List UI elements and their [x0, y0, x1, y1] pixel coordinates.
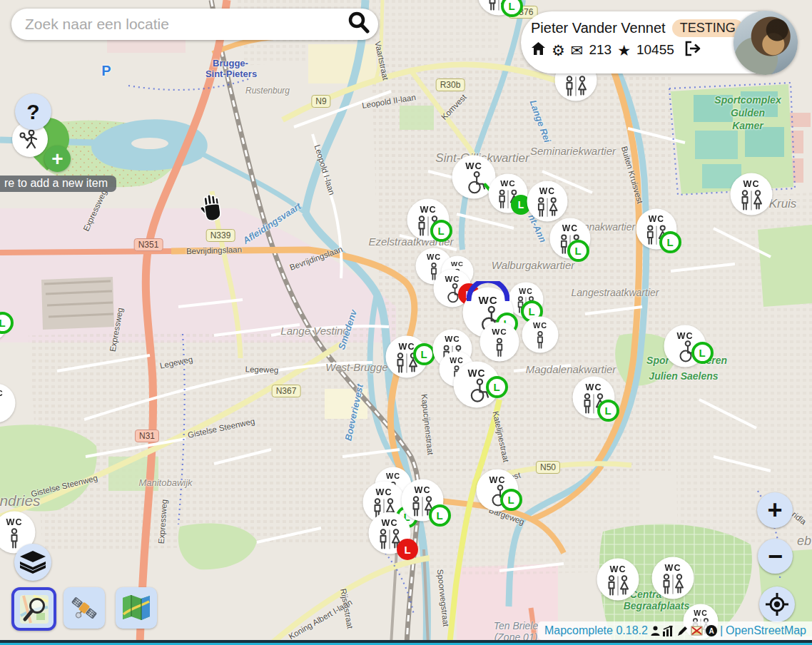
svg-text:WC: WC — [399, 342, 415, 352]
opening-hours-badge-ring[interactable]: L — [691, 342, 714, 364]
svg-text:WC: WC — [451, 260, 464, 268]
settings-gear-icon[interactable]: ⚙ — [552, 43, 565, 58]
opening-hours-badge-ring[interactable]: L — [430, 220, 452, 242]
svg-text:WC: WC — [382, 518, 398, 528]
svg-text:WC: WC — [415, 485, 431, 495]
svg-text:WC: WC — [376, 487, 392, 497]
background-osm-carto-button[interactable] — [11, 587, 56, 631]
opening-hours-badge-ring[interactable]: L — [500, 489, 522, 511]
add-item-plus-button[interactable]: + — [44, 146, 71, 172]
toilet-marker-m[interactable]: WC — [479, 322, 519, 365]
svg-text:A: A — [709, 627, 714, 635]
user-name: Pieter Vander Vennet — [531, 20, 666, 36]
star-icon: ★ — [617, 43, 631, 58]
opening-hours-badge-ring[interactable]: L — [429, 504, 451, 527]
statistics-icon[interactable] — [663, 626, 674, 636]
toilet-marker-mf[interactable]: WC — [651, 557, 694, 602]
svg-text:WC: WC — [539, 186, 555, 196]
svg-text:WC: WC — [467, 367, 485, 379]
zoom-out-button[interactable]: − — [758, 539, 793, 574]
svg-text:WC: WC — [586, 382, 602, 392]
attribution-bar: Mapcomplete 0.18.2 A | OpenStreetMap — [538, 621, 812, 640]
broken-image-icon[interactable] — [691, 626, 703, 636]
bottom-strip — [0, 640, 812, 645]
svg-text:WC: WC — [489, 475, 506, 485]
svg-text:WC: WC — [744, 179, 760, 189]
svg-text:WC: WC — [610, 564, 626, 574]
toilet-marker-mf[interactable]: WC — [730, 173, 773, 218]
user-avatar[interactable] — [734, 11, 798, 75]
opening-hours-badge-ring[interactable]: L — [567, 240, 589, 262]
search-icon[interactable] — [347, 11, 371, 38]
svg-text:WC: WC — [665, 563, 681, 573]
background-satellite-button[interactable] — [64, 587, 105, 629]
svg-text:WC: WC — [694, 609, 708, 617]
svg-text:WC: WC — [445, 334, 460, 343]
opening-hours-badge-ring[interactable]: L — [597, 400, 619, 422]
svg-text:WC: WC — [445, 275, 460, 283]
osm-attribution-link[interactable]: OpenStreetMap — [726, 624, 806, 637]
svg-text:WC: WC — [427, 253, 441, 261]
svg-text:WC: WC — [533, 321, 547, 330]
logout-icon[interactable] — [684, 41, 701, 59]
app-version[interactable]: Mapcomplete 0.18.2 — [544, 624, 648, 637]
svg-text:WC: WC — [420, 205, 437, 215]
messages-envelope-icon[interactable]: ✉ — [571, 43, 584, 58]
search-input[interactable] — [24, 15, 347, 34]
opening-hours-badge-ring[interactable]: L — [501, 0, 523, 17]
message-count: 213 — [589, 42, 611, 58]
svg-text:WC: WC — [500, 178, 516, 188]
toilet-marker-mf[interactable]: WC — [597, 558, 639, 604]
changeset-count: 10455 — [636, 42, 674, 58]
toilet-marker-m[interactable]: WC — [0, 383, 16, 426]
opening-hours-badge-ring[interactable]: L — [486, 376, 508, 398]
contributor-icon[interactable] — [651, 626, 660, 636]
location-search-bar[interactable] — [11, 9, 378, 40]
add-item-tooltip: re to add a new item — [0, 176, 116, 192]
svg-text:WC: WC — [519, 287, 533, 295]
svg-text:WC: WC — [6, 517, 23, 527]
background-map-button[interactable] — [116, 587, 157, 629]
home-icon[interactable] — [531, 41, 546, 59]
opening-hours-badge-ring[interactable]: L — [659, 231, 681, 253]
geolocate-button[interactable] — [759, 586, 795, 622]
svg-text:WC: WC — [465, 161, 482, 171]
attribution-separator: | — [720, 624, 723, 637]
testing-badge: TESTING — [672, 19, 744, 37]
opening-hours-badge-red[interactable]: L — [397, 539, 418, 560]
svg-text:WC: WC — [478, 294, 497, 306]
svg-text:WC: WC — [386, 472, 400, 480]
edit-pencil-icon[interactable] — [677, 626, 688, 636]
svg-text:WC: WC — [677, 331, 694, 341]
layer-selection-button[interactable] — [14, 544, 51, 581]
svg-text:WC: WC — [562, 223, 578, 233]
zoom-in-button[interactable]: + — [757, 492, 793, 528]
opening-hours-badge-ring[interactable]: L — [413, 343, 435, 365]
svg-text:WC: WC — [649, 214, 664, 224]
help-button[interactable]: ? — [15, 93, 51, 130]
toilet-marker-m[interactable]: WC — [522, 316, 559, 356]
mapcomplete-app: BevrijdingslaanBevrijdingslaanExpressweg… — [0, 0, 812, 645]
circle-a-icon[interactable]: A — [706, 625, 717, 636]
svg-text:WC: WC — [0, 388, 4, 397]
svg-text:WC: WC — [492, 327, 507, 336]
